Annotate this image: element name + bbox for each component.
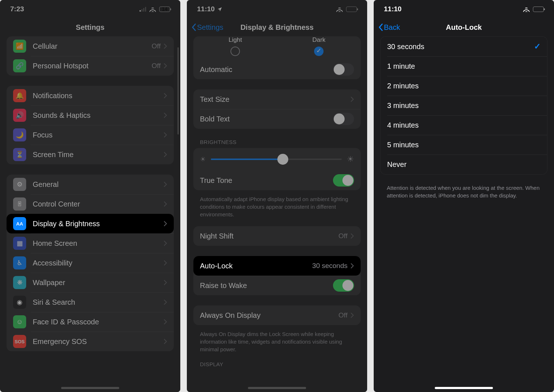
settings-row-personal-hotspot[interactable]: 🔗 Personal Hotspot Off [7,56,174,76]
raise-to-wake-toggle[interactable] [333,279,354,292]
row-label: Focus [33,131,164,139]
bold-text-row[interactable]: Bold Text [193,109,361,129]
display-header: DISPLAY [193,361,361,370]
sound-icon: 🔊 [13,109,26,122]
chevron-right-icon [164,132,167,138]
autolock-option[interactable]: 30 seconds✓ [381,37,547,56]
chevron-right-icon [350,263,354,269]
gear-icon: ⚙︎ [13,178,26,191]
wifi-icon [523,7,530,12]
settings-row-focus[interactable]: 🌙 Focus [7,125,174,145]
always-on-value: Off [338,311,348,319]
AA-icon: AA [13,217,26,230]
appearance-light[interactable]: Light [229,36,242,56]
settings-row-screen-time[interactable]: ⏳ Screen Time [7,145,174,164]
row-value: Off [152,42,161,50]
chevron-right-icon [164,93,167,99]
row-label: Wallpaper [33,279,164,287]
status-bar: 7:23 14 [0,0,180,18]
settings-screen: 7:23 14 Settings 📶 Cellular Off 🔗 Person… [0,0,180,392]
page-title: Settings [76,23,105,32]
autolock-option[interactable]: Never [381,155,547,174]
settings-row-home-screen[interactable]: ▦ Home Screen [7,233,174,253]
bold-text-toggle[interactable] [333,113,354,125]
home-indicator[interactable] [248,387,306,389]
autolock-option[interactable]: 1 minute [381,56,547,76]
settings-row-general[interactable]: ⚙︎ General [7,175,174,194]
bell-icon: 🔔 [13,89,26,102]
text-size-row[interactable]: Text Size [193,89,361,109]
autolock-footer: Attention is detected when you are looki… [380,180,547,199]
chevron-right-icon [164,221,167,227]
autolock-option[interactable]: 4 minutes [381,115,547,135]
appearance-dark[interactable]: Dark [312,36,325,56]
scroll-indicator[interactable] [177,47,179,135]
true-tone-toggle[interactable] [333,174,354,187]
chevron-right-icon [164,339,167,344]
back-label: Settings [197,23,223,32]
settings-row-face-id-passcode[interactable]: ☺︎ Face ID & Passcode [7,312,174,332]
settings-row-control-center[interactable]: 🎚 Control Center [7,194,174,214]
settings-row-accessibility[interactable]: ♿︎ Accessibility [7,253,174,273]
settings-row-wallpaper[interactable]: ❋ Wallpaper [7,273,174,292]
timer-icon: ⏳ [13,148,26,161]
sos-icon: SOS [13,335,26,348]
row-label: Home Screen [33,239,164,248]
home-indicator[interactable] [435,387,493,389]
settings-row-sounds-haptics[interactable]: 🔊 Sounds & Haptics [7,105,174,125]
night-shift-label: Night Shift [200,232,338,240]
autolock-option[interactable]: 3 minutes [381,96,547,115]
raise-to-wake-row[interactable]: Raise to Wake [193,276,361,295]
settings-row-display-brightness[interactable]: AA Display & Brightness [7,214,174,233]
status-time: 11:10 [197,5,215,13]
cellular-icon [140,7,146,12]
status-bar: 11:10 [187,0,367,18]
antenna-icon: 📶 [13,40,26,53]
row-label: Siri & Search [33,298,164,307]
auto-lock-row[interactable]: Auto-Lock 30 seconds [193,256,361,276]
nav-bar: Back Auto-Lock [374,18,554,36]
home-indicator[interactable] [61,387,119,389]
chevron-right-icon [350,312,354,318]
brightness-slider-row[interactable]: ☀︎ ☀︎ [193,148,361,171]
true-tone-row[interactable]: True Tone [193,171,361,190]
settings-row-cellular[interactable]: 📶 Cellular Off [7,36,174,56]
autolock-option[interactable]: 5 minutes [381,135,547,155]
row-label: Emergency SOS [33,337,164,346]
brightness-slider[interactable] [211,159,342,160]
chevron-right-icon [164,280,167,285]
always-on-row[interactable]: Always On Display Off [193,305,361,325]
automatic-row[interactable]: Automatic [193,60,361,79]
auto-lock-label: Auto-Lock [200,262,312,270]
lock-group: Auto-Lock 30 seconds Raise to Wake [193,256,361,295]
radio-checked-icon [314,47,324,56]
chevron-right-icon [164,201,167,207]
option-label: 30 seconds [387,43,534,51]
radio-unchecked-icon [230,47,240,56]
settings-row-notifications[interactable]: 🔔 Notifications [7,86,174,105]
raise-to-wake-label: Raise to Wake [200,281,333,290]
moon-icon: 🌙 [13,128,26,141]
settings-row-emergency-sos[interactable]: SOS Emergency SOS [7,332,174,351]
back-button[interactable]: Back [378,23,400,32]
battery-icon [346,7,357,12]
chevron-right-icon [164,43,167,49]
autolock-option[interactable]: 2 minutes [381,76,547,96]
settings-row-siri-search[interactable]: ◉ Siri & Search [7,292,174,312]
chevron-right-icon [164,152,167,157]
status-bar: 11:10 [374,0,554,18]
row-label: Screen Time [33,151,164,159]
night-shift-row[interactable]: Night Shift Off [193,226,361,246]
back-button[interactable]: Settings [191,23,223,32]
night-shift-value: Off [338,232,348,240]
aod-footer: Always On Display dims the Lock Screen w… [193,327,361,353]
chevron-right-icon [164,112,167,118]
option-label: 1 minute [387,62,541,71]
row-label: Notifications [33,92,164,100]
chevron-right-icon [350,233,354,239]
wifi-icon [336,7,343,12]
auto-lock-screen: 11:10 Back Auto-Lock 30 seconds✓ 1 minut… [374,0,554,392]
status-time: 7:23 [10,5,24,13]
automatic-toggle[interactable] [333,63,354,76]
brightness-group: ☀︎ ☀︎ True Tone [193,148,361,190]
